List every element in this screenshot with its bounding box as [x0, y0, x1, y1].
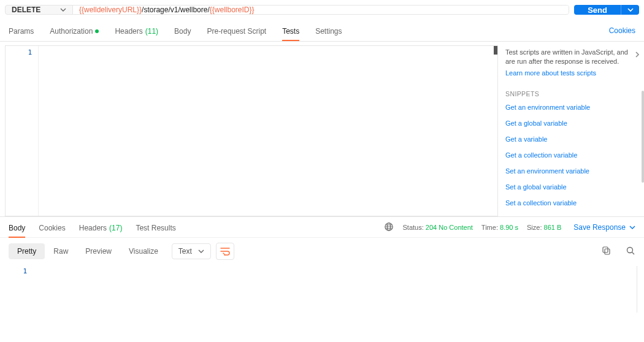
wrap-icon [220, 247, 230, 256]
body-format-select[interactable]: Text [172, 243, 211, 259]
tab-authorization[interactable]: Authorization [50, 21, 99, 40]
resp-tab-headers[interactable]: Headers (17) [79, 218, 123, 237]
snippets-pane: Test scripts are written in JavaScript, … [498, 42, 644, 216]
send-options-button[interactable] [621, 5, 639, 15]
network-globe-icon[interactable] [384, 222, 394, 233]
body-right-actions [601, 246, 635, 257]
send-button[interactable]: Send [574, 5, 621, 15]
chevron-down-icon [198, 248, 204, 254]
request-tabs: Params Authorization Headers (11) Body P… [0, 20, 644, 42]
status-label: Status: [402, 224, 423, 231]
size-block: Size: 861 B [527, 224, 561, 231]
view-preview-button[interactable]: Preview [77, 243, 120, 259]
svg-rect-2 [603, 247, 608, 253]
time-value: 8.90 s [500, 224, 518, 231]
snippet-item[interactable]: Get a global variable [505, 120, 640, 127]
time-label: Time: [481, 224, 498, 231]
response-tabs-row: Body Cookies Headers (17) Test Results S… [0, 217, 644, 238]
http-method-value: DELETE [12, 6, 40, 14]
globe-icon [384, 222, 394, 232]
snippets-heading: SNIPPETS [505, 90, 640, 97]
editor-content-area[interactable] [39, 46, 497, 216]
url-variable: {{wellboreID}} [210, 6, 255, 14]
snippet-item[interactable]: Clear an environment variable [505, 215, 640, 216]
tests-editor-row: 1 Test scripts are written in JavaScript… [0, 42, 644, 217]
snippet-item[interactable]: Set a collection variable [505, 199, 640, 207]
view-visualize-button[interactable]: Visualize [120, 243, 167, 259]
response-body: 1 [0, 265, 644, 314]
http-method-select[interactable]: DELETE [6, 6, 73, 14]
body-format-value: Text [178, 247, 192, 256]
snippets-description: Test scripts are written in JavaScript, … [505, 48, 640, 67]
auth-active-dot-icon [95, 29, 99, 33]
tests-code-editor[interactable]: 1 [5, 45, 498, 216]
chevron-down-icon [60, 7, 66, 13]
copy-icon [601, 246, 611, 256]
response-tabs: Body Cookies Headers (17) Test Results [9, 218, 384, 237]
tab-headers-label: Headers [115, 27, 142, 36]
url-variable: {{welldeliveryURL}} [79, 6, 142, 14]
response-minimap-marker [637, 266, 639, 313]
size-label: Size: [527, 224, 542, 231]
chevron-down-icon [629, 224, 635, 230]
resp-tab-headers-count: (17) [109, 224, 122, 232]
editor-minimap-marker [494, 46, 497, 55]
resp-tab-cookies[interactable]: Cookies [39, 218, 65, 237]
status-value: 204 No Content [426, 224, 473, 231]
collapse-snippets-button[interactable] [634, 50, 640, 60]
cookies-link[interactable]: Cookies [609, 26, 635, 35]
tab-headers-count: (11) [145, 27, 158, 36]
tab-tests[interactable]: Tests [282, 21, 299, 40]
gutter-line-number: 1 [0, 267, 27, 275]
response-status-group: Status: 204 No Content Time: 8.90 s Size… [384, 222, 561, 233]
tab-body[interactable]: Body [174, 21, 191, 40]
editor-gutter: 1 [6, 46, 39, 216]
status-block: Status: 204 No Content [402, 224, 472, 231]
url-text: /storage/v1/wellbore/ [142, 6, 210, 14]
snippet-item[interactable]: Get an environment variable [505, 104, 640, 111]
learn-more-link[interactable]: Learn more about tests scripts [505, 69, 640, 77]
url-input[interactable]: {{welldeliveryURL}} /storage/v1/wellbore… [73, 6, 569, 14]
send-button-group: Send [574, 5, 639, 15]
search-response-button[interactable] [626, 246, 635, 257]
request-tabs-left: Params Authorization Headers (11) Body P… [9, 21, 609, 40]
snippet-item[interactable]: Get a collection variable [505, 151, 640, 159]
view-pretty-button[interactable]: Pretty [9, 243, 45, 259]
body-view-format-group: Pretty Raw Preview Visualize [9, 243, 167, 259]
snippet-item[interactable]: Set a global variable [505, 183, 640, 191]
resp-tab-body[interactable]: Body [9, 218, 25, 237]
response-content-area[interactable] [33, 265, 644, 314]
save-response-label: Save Response [573, 223, 626, 232]
tab-headers[interactable]: Headers (11) [115, 21, 158, 40]
tab-prerequest[interactable]: Pre-request Script [207, 21, 266, 40]
tab-params[interactable]: Params [9, 21, 34, 40]
resp-tab-headers-label: Headers [79, 224, 107, 232]
resp-tab-test-results[interactable]: Test Results [136, 218, 175, 237]
tab-authorization-label: Authorization [50, 27, 93, 36]
gutter-line-number: 1 [6, 48, 32, 56]
method-url-group: DELETE {{welldeliveryURL}} /storage/v1/w… [5, 5, 569, 15]
view-raw-button[interactable]: Raw [45, 243, 77, 259]
snippet-item[interactable]: Set an environment variable [505, 167, 640, 175]
tab-settings[interactable]: Settings [315, 21, 342, 40]
snippet-item[interactable]: Get a variable [505, 135, 640, 143]
snippet-list: Get an environment variable Get a global… [505, 104, 640, 216]
svg-rect-3 [605, 249, 610, 254]
request-bar: DELETE {{welldeliveryURL}} /storage/v1/w… [0, 0, 644, 20]
svg-point-4 [627, 247, 633, 253]
wrap-lines-button[interactable] [216, 243, 234, 260]
search-icon [626, 246, 635, 256]
size-value: 861 B [544, 224, 562, 231]
time-block: Time: 8.90 s [481, 224, 518, 231]
save-response-button[interactable]: Save Response [573, 223, 635, 232]
copy-response-button[interactable] [601, 246, 611, 257]
chevron-right-icon [634, 50, 640, 59]
response-gutter: 1 [0, 265, 33, 314]
snippets-scrollbar[interactable] [642, 91, 644, 183]
chevron-down-icon [627, 7, 634, 13]
body-view-controls: Pretty Raw Preview Visualize Text [0, 238, 644, 265]
